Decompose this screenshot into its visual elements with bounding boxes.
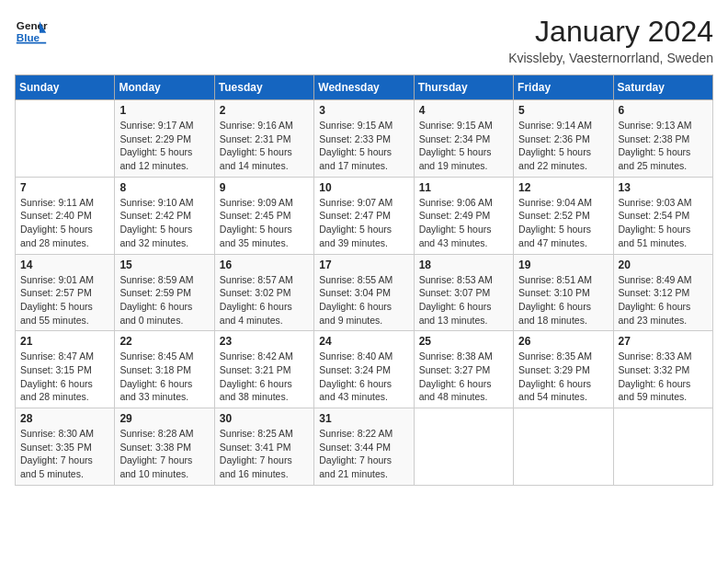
day-info: Sunrise: 9:01 AM Sunset: 2:57 PM Dayligh… [20, 273, 109, 327]
calendar-cell: 10Sunrise: 9:07 AM Sunset: 2:47 PM Dayli… [314, 177, 414, 254]
calendar-cell: 16Sunrise: 8:57 AM Sunset: 3:02 PM Dayli… [214, 254, 313, 331]
svg-text:Blue: Blue [17, 31, 40, 43]
day-number: 4 [419, 104, 508, 117]
day-number: 7 [20, 181, 109, 194]
day-info: Sunrise: 9:04 AM Sunset: 2:52 PM Dayligh… [518, 196, 608, 250]
day-number: 30 [220, 412, 309, 425]
day-number: 11 [419, 181, 508, 194]
day-info: Sunrise: 9:10 AM Sunset: 2:42 PM Dayligh… [119, 196, 209, 250]
day-info: Sunrise: 8:51 AM Sunset: 3:10 PM Dayligh… [518, 273, 608, 327]
day-number: 16 [220, 259, 309, 271]
calendar-cell: 23Sunrise: 8:42 AM Sunset: 3:21 PM Dayli… [214, 331, 313, 408]
calendar-cell: 9Sunrise: 9:09 AM Sunset: 2:45 PM Daylig… [214, 177, 313, 254]
calendar-cell: 31Sunrise: 8:22 AM Sunset: 3:44 PM Dayli… [314, 408, 414, 486]
calendar-header-row: Sunday Monday Tuesday Wednesday Thursday… [16, 75, 713, 100]
calendar-table: Sunday Monday Tuesday Wednesday Thursday… [15, 75, 713, 486]
day-number: 9 [220, 181, 309, 194]
day-number: 8 [119, 181, 209, 194]
day-number: 27 [619, 335, 708, 348]
day-number: 6 [619, 104, 708, 117]
day-number: 31 [319, 412, 408, 425]
day-number: 19 [518, 259, 608, 271]
day-number: 22 [119, 335, 209, 348]
calendar-week-row: 7Sunrise: 9:11 AM Sunset: 2:40 PM Daylig… [16, 177, 713, 254]
calendar-cell: 20Sunrise: 8:49 AM Sunset: 3:12 PM Dayli… [613, 254, 712, 331]
day-number: 1 [119, 104, 209, 117]
day-number: 3 [319, 104, 408, 117]
day-info: Sunrise: 8:45 AM Sunset: 3:18 PM Dayligh… [119, 350, 209, 404]
day-info: Sunrise: 9:17 AM Sunset: 2:29 PM Dayligh… [119, 119, 209, 173]
day-number: 2 [220, 104, 309, 117]
day-info: Sunrise: 9:16 AM Sunset: 2:31 PM Dayligh… [220, 119, 309, 173]
calendar-cell: 30Sunrise: 8:25 AM Sunset: 3:41 PM Dayli… [214, 408, 313, 486]
calendar-cell [514, 408, 613, 486]
day-info: Sunrise: 9:15 AM Sunset: 2:34 PM Dayligh… [419, 119, 508, 173]
day-number: 12 [518, 181, 608, 194]
col-wednesday: Wednesday [314, 75, 414, 100]
calendar-cell: 25Sunrise: 8:38 AM Sunset: 3:27 PM Dayli… [414, 331, 513, 408]
calendar-cell: 3Sunrise: 9:15 AM Sunset: 2:33 PM Daylig… [314, 100, 414, 178]
day-number: 23 [220, 335, 309, 348]
calendar-cell: 28Sunrise: 8:30 AM Sunset: 3:35 PM Dayli… [16, 408, 115, 486]
day-number: 28 [20, 412, 109, 425]
calendar-cell: 5Sunrise: 9:14 AM Sunset: 2:36 PM Daylig… [514, 100, 613, 178]
day-info: Sunrise: 8:49 AM Sunset: 3:12 PM Dayligh… [619, 273, 708, 327]
day-number: 25 [419, 335, 508, 348]
title-area: January 2024 Kvissleby, Vaesternorrland,… [508, 15, 713, 65]
day-number: 21 [20, 335, 109, 348]
day-number: 14 [20, 259, 109, 271]
calendar-cell: 19Sunrise: 8:51 AM Sunset: 3:10 PM Dayli… [514, 254, 613, 331]
calendar-week-row: 1Sunrise: 9:17 AM Sunset: 2:29 PM Daylig… [16, 100, 713, 178]
col-sunday: Sunday [16, 75, 115, 100]
calendar-cell: 17Sunrise: 8:55 AM Sunset: 3:04 PM Dayli… [314, 254, 414, 331]
calendar-cell: 2Sunrise: 9:16 AM Sunset: 2:31 PM Daylig… [214, 100, 313, 178]
col-friday: Friday [514, 75, 613, 100]
day-number: 17 [319, 259, 408, 271]
day-info: Sunrise: 8:47 AM Sunset: 3:15 PM Dayligh… [20, 350, 109, 404]
day-info: Sunrise: 9:03 AM Sunset: 2:54 PM Dayligh… [619, 196, 708, 250]
calendar-cell [613, 408, 712, 486]
calendar-cell: 22Sunrise: 8:45 AM Sunset: 3:18 PM Dayli… [115, 331, 214, 408]
calendar-week-row: 21Sunrise: 8:47 AM Sunset: 3:15 PM Dayli… [16, 331, 713, 408]
calendar-cell: 11Sunrise: 9:06 AM Sunset: 2:49 PM Dayli… [414, 177, 513, 254]
day-info: Sunrise: 9:11 AM Sunset: 2:40 PM Dayligh… [20, 196, 109, 250]
day-info: Sunrise: 8:42 AM Sunset: 3:21 PM Dayligh… [220, 350, 309, 404]
col-thursday: Thursday [414, 75, 513, 100]
day-info: Sunrise: 8:33 AM Sunset: 3:32 PM Dayligh… [619, 350, 708, 404]
day-info: Sunrise: 8:30 AM Sunset: 3:35 PM Dayligh… [20, 427, 109, 481]
day-number: 13 [619, 181, 708, 194]
calendar-cell: 29Sunrise: 8:28 AM Sunset: 3:38 PM Dayli… [115, 408, 214, 486]
calendar-cell: 14Sunrise: 9:01 AM Sunset: 2:57 PM Dayli… [16, 254, 115, 331]
calendar-cell: 4Sunrise: 9:15 AM Sunset: 2:34 PM Daylig… [414, 100, 513, 178]
day-info: Sunrise: 8:57 AM Sunset: 3:02 PM Dayligh… [220, 273, 309, 327]
calendar-week-row: 28Sunrise: 8:30 AM Sunset: 3:35 PM Dayli… [16, 408, 713, 486]
day-info: Sunrise: 8:22 AM Sunset: 3:44 PM Dayligh… [319, 427, 408, 481]
day-number: 18 [419, 259, 508, 271]
col-monday: Monday [115, 75, 214, 100]
day-info: Sunrise: 9:13 AM Sunset: 2:38 PM Dayligh… [619, 119, 708, 173]
day-info: Sunrise: 8:55 AM Sunset: 3:04 PM Dayligh… [319, 273, 408, 327]
calendar-cell [414, 408, 513, 486]
day-info: Sunrise: 9:09 AM Sunset: 2:45 PM Dayligh… [220, 196, 309, 250]
calendar-cell: 13Sunrise: 9:03 AM Sunset: 2:54 PM Dayli… [613, 177, 712, 254]
calendar-cell: 27Sunrise: 8:33 AM Sunset: 3:32 PM Dayli… [613, 331, 712, 408]
calendar-cell: 7Sunrise: 9:11 AM Sunset: 2:40 PM Daylig… [16, 177, 115, 254]
calendar-cell: 18Sunrise: 8:53 AM Sunset: 3:07 PM Dayli… [414, 254, 513, 331]
logo-icon: General Blue [15, 15, 48, 48]
day-number: 24 [319, 335, 408, 348]
calendar-cell: 6Sunrise: 9:13 AM Sunset: 2:38 PM Daylig… [613, 100, 712, 178]
col-tuesday: Tuesday [214, 75, 313, 100]
day-number: 26 [518, 335, 608, 348]
day-number: 29 [119, 412, 209, 425]
calendar-body: 1Sunrise: 9:17 AM Sunset: 2:29 PM Daylig… [16, 100, 713, 486]
calendar-cell: 12Sunrise: 9:04 AM Sunset: 2:52 PM Dayli… [514, 177, 613, 254]
calendar-cell [16, 100, 115, 178]
day-number: 10 [319, 181, 408, 194]
page-header: General Blue January 2024 Kvissleby, Vae… [15, 15, 713, 65]
calendar-cell: 8Sunrise: 9:10 AM Sunset: 2:42 PM Daylig… [115, 177, 214, 254]
calendar-cell: 1Sunrise: 9:17 AM Sunset: 2:29 PM Daylig… [115, 100, 214, 178]
calendar-subtitle: Kvissleby, Vaesternorrland, Sweden [508, 51, 713, 65]
logo: General Blue [15, 15, 51, 48]
day-info: Sunrise: 9:06 AM Sunset: 2:49 PM Dayligh… [419, 196, 508, 250]
col-saturday: Saturday [613, 75, 712, 100]
